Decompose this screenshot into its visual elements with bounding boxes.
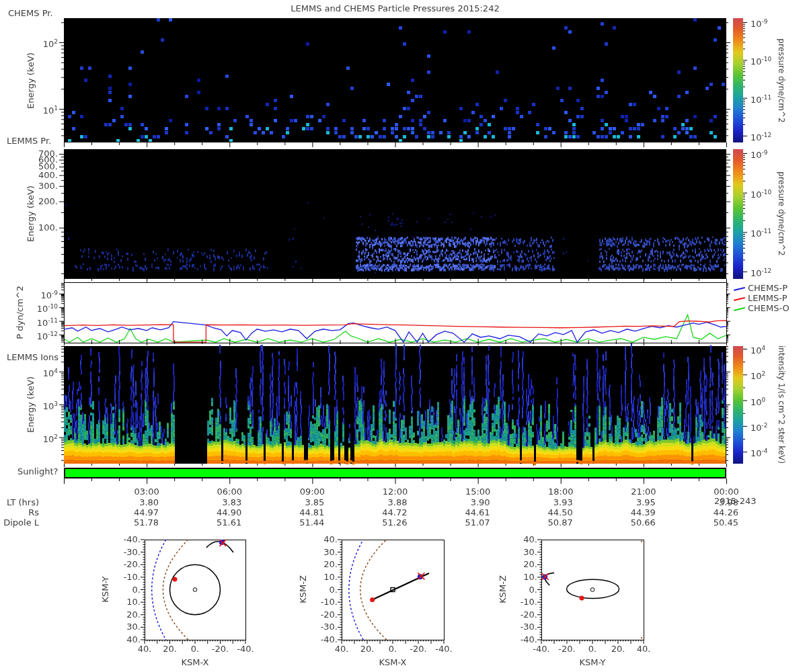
orbit2-y-tick-label: -30.: [307, 622, 338, 632]
orbit1-y-axis-label: KSM-Y: [101, 559, 110, 620]
orbit3-y-tick-label: 30.: [507, 548, 537, 557]
colorbar2-tick-label: 10-11: [751, 226, 771, 239]
time-tick-label: 15:00: [458, 487, 498, 497]
time-tick-label: 12:00: [375, 487, 416, 497]
orbit1-y-tick-label: -20.: [110, 560, 141, 569]
orbit3-y-tick-label: 20.: [507, 560, 537, 569]
lt-value: 3.85: [284, 498, 324, 507]
ions-y-tick-label: 103: [17, 399, 58, 411]
pdyn-y-tick-label: 10-12: [17, 329, 58, 341]
colorbar1-tick-label: 10-11: [751, 93, 771, 105]
orbit2-y-tick-label: 40.: [307, 535, 338, 544]
pdyn-y-tick-label: 10-10: [17, 302, 58, 314]
time-tick-label: 03:00: [126, 487, 167, 497]
colorbar4-tick-label: 10-2: [751, 421, 768, 433]
rs-value: 44.81: [284, 508, 324, 517]
orbit2-y-tick-label: 20.: [307, 560, 338, 569]
colorbar-title-intensity: intensity 1/(s cm^2 ster keV): [777, 327, 786, 482]
orbit2-x-tick-label: -40.: [429, 644, 459, 654]
orbit3-x-tick-label: 40.: [629, 644, 658, 654]
orbit3-x-axis-label: KSM-Y: [566, 658, 619, 667]
orbit3-y-tick-label: -30.: [507, 622, 537, 632]
dipole-l-value: 50.87: [533, 518, 573, 528]
lt-value: 3.90: [450, 498, 490, 507]
rs-value: 44.90: [201, 508, 241, 517]
app-root: LEMMS and CHEMS Particle Pressures 2015:…: [0, 0, 807, 672]
rs-value: 44.72: [367, 508, 408, 517]
panel-label-sunlight: Sunlight?: [17, 467, 58, 476]
time-tick-label: 21:00: [623, 487, 664, 497]
lt-value: 3.98: [698, 498, 738, 507]
lt-value: 3.83: [201, 498, 241, 507]
time-tick-label: 00:00: [706, 487, 746, 497]
time-tick-label: 09:00: [292, 487, 332, 497]
orbit1-x-tick-label: -40.: [231, 644, 260, 654]
orbit1-y-tick-label: 10.: [110, 597, 141, 607]
legend-label-lemms-p: LEMMS-P: [748, 294, 787, 303]
colorbar4-tick-label: 100: [751, 395, 765, 407]
colorbar2-tick-label: 10-10: [751, 187, 771, 200]
orbit1-y-tick-label: 30.: [110, 622, 141, 632]
colorbar2-tick-label: 10-12: [751, 266, 771, 278]
ions-y-tick-label: 102: [17, 432, 58, 444]
colorbar1-tick-label: 10-10: [751, 54, 771, 67]
orbit2-x-axis-label: KSM-X: [366, 658, 420, 667]
lemms-y-tick-label: 200.: [17, 197, 58, 206]
orbit1-y-tick-label: 0.: [110, 585, 141, 595]
colorbar-title-pressure-1: pressure dyne/cm^2: [777, 24, 786, 138]
lt-value: 3.93: [533, 498, 573, 507]
rs-value: 44.50: [533, 508, 573, 517]
dipole-l-value: 50.66: [615, 518, 656, 528]
dipole-l-value: 51.78: [118, 518, 159, 528]
orbit1-y-tick-label: -40.: [110, 535, 141, 544]
dipole-l-value: 51.61: [201, 518, 241, 528]
ions-y-tick-label: 104: [17, 366, 58, 378]
orbit1-y-tick-label: 20.: [110, 610, 141, 620]
orbit1-y-tick-label: -10.: [110, 573, 141, 582]
orbit3-y-tick-label: 10.: [507, 573, 537, 582]
chems-y-tick-label: 101: [17, 103, 58, 116]
colorbar4-tick-label: 10-4: [751, 446, 768, 458]
dipole-l-value: 51.07: [450, 518, 490, 528]
chems-y-tick-label: 102: [17, 37, 58, 49]
legend-label-chems-o: CHEMS-O: [748, 304, 790, 313]
orbit2-y-tick-label: 0.: [307, 585, 338, 595]
lemms-y-tick-label: 400.: [17, 171, 58, 180]
time-tick-label: 18:00: [541, 487, 581, 497]
orbit3-y-tick-label: -20.: [507, 610, 537, 620]
legend-label-chems-p: CHEMS-P: [748, 284, 787, 293]
colorbar1-tick-label: 10-9: [751, 17, 768, 29]
colorbar1-tick-label: 10-12: [751, 130, 771, 142]
lemms-y-tick-label: 300.: [17, 181, 58, 191]
plots-canvas: [0, 0, 807, 672]
colorbar2-tick-label: 10-9: [751, 148, 768, 160]
orbit3-y-tick-label: -40.: [507, 635, 537, 644]
colorbar4-tick-label: 104: [751, 343, 765, 355]
rs-value: 44.61: [450, 508, 490, 517]
row-label-rs: Rs: [0, 508, 39, 517]
dipole-l-value: 50.45: [698, 518, 738, 528]
dipole-l-value: 51.44: [284, 518, 324, 528]
orbit1-x-axis-label: KSM-X: [168, 658, 222, 667]
orbit3-y-tick-label: 40.: [507, 535, 537, 544]
panel-label-chems-pr: CHEMS Pr.: [8, 9, 53, 18]
time-tick-label: 06:00: [209, 487, 249, 497]
orbit2-y-tick-label: 30.: [307, 548, 338, 557]
orbit3-y-axis-label: KSM-Z: [498, 559, 508, 620]
lt-value: 3.80: [118, 498, 159, 507]
row-label-dipole-l: Dipole L: [0, 518, 39, 528]
row-label-lt: LT (hrs): [0, 498, 39, 507]
dipole-l-value: 51.26: [367, 518, 408, 528]
orbit1-y-tick-label: 40.: [110, 635, 141, 644]
orbit2-y-tick-label: 10.: [307, 573, 338, 582]
rs-value: 44.97: [118, 508, 159, 517]
orbit1-y-tick-label: -30.: [110, 548, 141, 557]
orbit2-y-axis-label: KSM-Z: [299, 559, 308, 620]
orbit2-y-tick-label: -10.: [307, 597, 338, 607]
lt-value: 3.95: [615, 498, 656, 507]
orbit3-y-tick-label: -10.: [507, 597, 537, 607]
rs-value: 44.26: [698, 508, 738, 517]
panel-label-lemms-pr: LEMMS Pr.: [7, 136, 51, 146]
orbit2-y-tick-label: -40.: [307, 635, 338, 644]
orbit2-y-tick-label: -20.: [307, 610, 338, 620]
